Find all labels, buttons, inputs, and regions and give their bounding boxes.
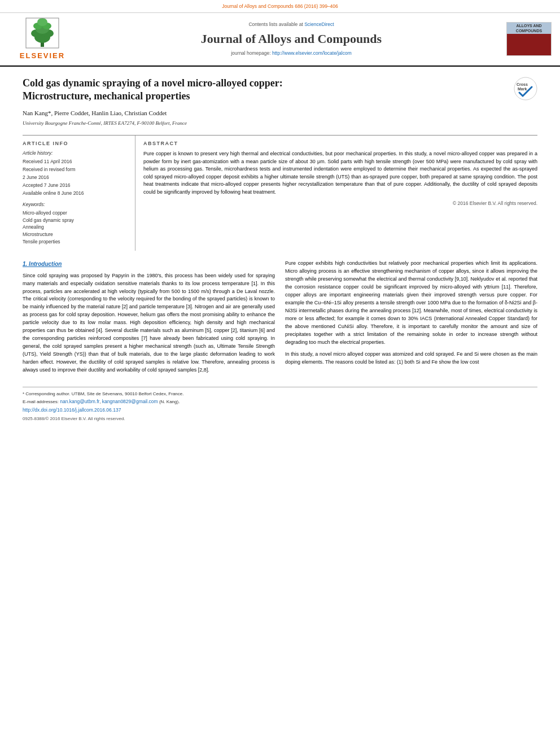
sciencedirect-label: Contents lists available at ScienceDirec… (85, 21, 498, 28)
doi-link: http://dx.doi.org/10.1016/j.jallcom.2016… (23, 407, 537, 414)
article-content: Cold gas dynamic spraying of a novel mic… (0, 67, 560, 433)
title-section: Cold gas dynamic spraying of a novel mic… (23, 77, 537, 127)
journal-header: ELSEVIER Contents lists available at Sci… (0, 13, 560, 67)
article-info-header: ARTICLE INFO (23, 140, 128, 147)
svg-text:Cross: Cross (517, 82, 528, 86)
journal-title: Journal of Alloys and Compounds (85, 30, 498, 48)
email-link-2[interactable]: kangnan0829@gmail.com (102, 399, 158, 404)
journal-cover-title: ALLOYS AND COMPOUNDS (507, 23, 551, 34)
elsevier-logo (25, 18, 59, 49)
body-column-left: 1. Introduction Since cold spraying was … (23, 260, 275, 379)
page: Journal of Alloys and Compounds 686 (201… (0, 0, 560, 747)
available-date: Available online 8 June 2016 (23, 190, 128, 197)
sciencedirect-link[interactable]: ScienceDirect (304, 21, 334, 27)
keyword-2: Cold gas dynamic spray (23, 217, 128, 224)
keyword-4: Microstructure (23, 231, 128, 238)
elsevier-tree-icon (25, 18, 59, 49)
article-info-box: ARTICLE INFO Article history: Received 1… (23, 136, 135, 251)
article-history-label: Article history: (23, 150, 128, 157)
footer-section: * Corresponding author. UTBM, Site de Sé… (23, 387, 537, 422)
svg-point-7 (37, 18, 47, 26)
corresponding-author-note: * Corresponding author. UTBM, Site de Sé… (23, 391, 537, 397)
crossmark-badge[interactable]: Cross Mark (514, 77, 537, 101)
authors: Nan Kang*, Pierre Coddet, Hanlin Liao, C… (23, 109, 537, 117)
journal-citation: Journal of Alloys and Compounds 686 (201… (0, 0, 560, 13)
email-note: E-mail addresses: nan.kang@utbm.fr, kang… (23, 399, 537, 405)
abstract-text: Pure copper is known to present very hig… (143, 150, 537, 196)
revised-date: 2 June 2016 (23, 174, 128, 181)
email-link-1[interactable]: nan.kang@utbm.fr (60, 399, 99, 404)
svg-text:Mark: Mark (518, 87, 527, 91)
intro-para1: Since cold spraying was proposed by Papy… (23, 272, 275, 374)
footer-copyright: 0925-8388/© 2016 Elsevier B.V. All right… (23, 416, 537, 422)
keyword-5: Tensile properties (23, 239, 128, 246)
revised-label: Received in revised form (23, 167, 128, 173)
affiliation: University Bourgogne Franche-Comté, IRTE… (23, 120, 537, 127)
keyword-1: Micro-alloyed copper (23, 210, 128, 217)
journal-logo-right: ALLOYS AND COMPOUNDS (504, 22, 554, 56)
section1-title: 1. Introduction (23, 260, 275, 269)
elsevier-branding: ELSEVIER (6, 18, 79, 61)
received-date: Received 11 April 2016 (23, 159, 128, 165)
body-section: 1. Introduction Since cold spraying was … (23, 260, 537, 379)
body-column-right: Pure copper exhibits high conductivities… (285, 260, 537, 379)
article-title: Cold gas dynamic spraying of a novel mic… (23, 77, 509, 103)
elsevier-wordmark: ELSEVIER (20, 51, 65, 61)
journal-cover-image: ALLOYS AND COMPOUNDS (506, 22, 552, 56)
keywords-label: Keywords: (23, 202, 128, 208)
doi-url[interactable]: http://dx.doi.org/10.1016/j.jallcom.2016… (23, 407, 121, 413)
intro-para2: Pure copper exhibits high conductivities… (285, 260, 537, 346)
abstract-copyright: © 2016 Elsevier B.V. All rights reserved… (143, 200, 537, 207)
homepage-label: journal homepage: http://www.elsevier.co… (85, 50, 498, 57)
accepted-date: Accepted 7 June 2016 (23, 182, 128, 189)
keywords-section: Keywords: Micro-alloyed copper Cold gas … (23, 202, 128, 246)
keyword-3: Annealing (23, 224, 128, 231)
homepage-link[interactable]: http://www.elsevier.com/locate/jalcom (272, 50, 352, 56)
intro-para3: In this study, a novel micro alloyed cop… (285, 351, 537, 366)
info-abstract-section: ARTICLE INFO Article history: Received 1… (23, 135, 537, 251)
abstract-section: ABSTRACT Pure copper is known to present… (135, 136, 537, 251)
journal-cover-graphic (507, 34, 551, 55)
journal-info-center: Contents lists available at ScienceDirec… (85, 21, 498, 57)
abstract-header: ABSTRACT (143, 140, 537, 147)
